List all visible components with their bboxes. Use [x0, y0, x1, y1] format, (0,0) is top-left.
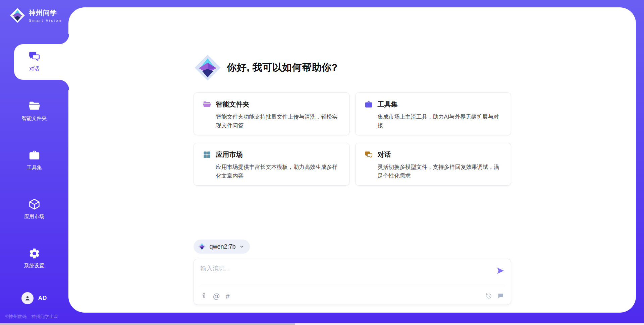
comment-icon[interactable]	[497, 292, 504, 300]
sidebar-item-toolset[interactable]: 工具集	[0, 149, 68, 171]
model-selector[interactable]: qwen2:7b	[194, 240, 250, 254]
card-description: 集成市场上主流工具，助力AI与外界无缝扩展与对接	[364, 113, 502, 130]
avatar	[21, 292, 34, 304]
model-name: qwen2:7b	[210, 243, 236, 250]
sidebar-footer: ©神州数码 · 神州问学出品	[5, 314, 58, 320]
history-icon[interactable]	[485, 292, 492, 300]
card-title: 应用市场	[216, 150, 243, 159]
sidebar-item-label: 对话	[29, 66, 39, 72]
folder-icon	[28, 100, 41, 112]
greeting-section: 你好, 我可以如何帮助你?	[194, 54, 511, 82]
sidebar-item-label: 应用市场	[24, 213, 44, 220]
brand-name: 神州问学	[29, 8, 62, 17]
brand-subtitle: Smart Vision	[29, 18, 62, 22]
card-title: 对话	[378, 150, 391, 159]
card-title: 智能文件夹	[216, 100, 250, 109]
user-profile[interactable]: AD	[0, 292, 68, 304]
sidebar-item-app-market[interactable]: 应用市场	[0, 198, 68, 220]
sidebar-item-chat[interactable]: 对话	[0, 50, 68, 72]
card-description: 智能文件夹功能支持批量文件上传与清洗，轻松实现文件问答	[203, 113, 340, 130]
card-title: 工具集	[378, 100, 398, 109]
scrollbar-thumb[interactable]	[0, 323, 295, 325]
card-description: 灵活切换多模型文件，支持多样回复效果调试，满足个性化需求	[364, 163, 502, 180]
person-icon	[24, 295, 31, 302]
model-diamond-icon	[198, 242, 206, 251]
card-app-market[interactable]: 应用市场 应用市场提供丰富长文本模板，助力高效生成多样化文章内容	[194, 143, 350, 186]
card-chat[interactable]: 对话 灵活切换多模型文件，支持多样回复效果调试，满足个性化需求	[355, 143, 511, 186]
toolbox-icon	[28, 149, 41, 161]
composer-toolbar: @ #	[201, 290, 504, 302]
chat-icon	[28, 50, 41, 63]
brand-diamond-icon	[194, 54, 222, 82]
folder-icon	[203, 100, 211, 109]
horizontal-scrollbar[interactable]	[0, 323, 644, 325]
card-smart-folder[interactable]: 智能文件夹 智能文件夹功能支持批量文件上传与清洗，轻松实现文件问答	[194, 92, 350, 135]
grid-icon	[203, 150, 211, 159]
tab-fillet-top	[59, 34, 69, 44]
feature-cards: 智能文件夹 智能文件夹功能支持批量文件上传与清洗，轻松实现文件问答 工具集 集成…	[194, 92, 511, 186]
message-input[interactable]	[201, 264, 489, 283]
card-description: 应用市场提供丰富长文本模板，助力高效生成多样化文章内容	[203, 163, 340, 180]
message-composer: @ #	[194, 259, 511, 305]
tab-fillet-bottom	[59, 80, 69, 90]
brand: 神州问学 Smart Vision	[9, 7, 62, 23]
sidebar-item-smart-folder[interactable]: 智能文件夹	[0, 100, 68, 122]
at-icon[interactable]: @	[213, 292, 220, 300]
gear-icon	[28, 247, 41, 260]
sidebar: 神州问学 Smart Vision 对话 智能文件夹 工具集 应用市场 系统设置…	[0, 0, 68, 325]
main-content-panel: 你好, 我可以如何帮助你? 智能文件夹 智能文件夹功能支持批量文件上传与清洗，轻…	[68, 7, 636, 313]
sidebar-item-label: 系统设置	[24, 263, 44, 269]
send-icon[interactable]	[496, 266, 505, 275]
toolbox-icon	[364, 100, 373, 109]
greeting-title: 你好, 我可以如何帮助你?	[227, 61, 338, 74]
paperclip-icon[interactable]	[201, 292, 207, 299]
brand-logo-icon	[9, 7, 25, 23]
sidebar-item-label: 智能文件夹	[22, 115, 47, 122]
hash-icon[interactable]: #	[226, 292, 230, 300]
sidebar-item-settings[interactable]: 系统设置	[0, 247, 68, 269]
card-toolset[interactable]: 工具集 集成市场上主流工具，助力AI与外界无缝扩展与对接	[355, 92, 511, 135]
chat-icon	[364, 150, 373, 159]
user-name: AD	[38, 295, 47, 302]
composer-divider	[200, 286, 505, 286]
sidebar-item-label: 工具集	[27, 165, 42, 171]
cube-icon	[28, 198, 41, 210]
chevron-down-icon	[239, 244, 245, 249]
